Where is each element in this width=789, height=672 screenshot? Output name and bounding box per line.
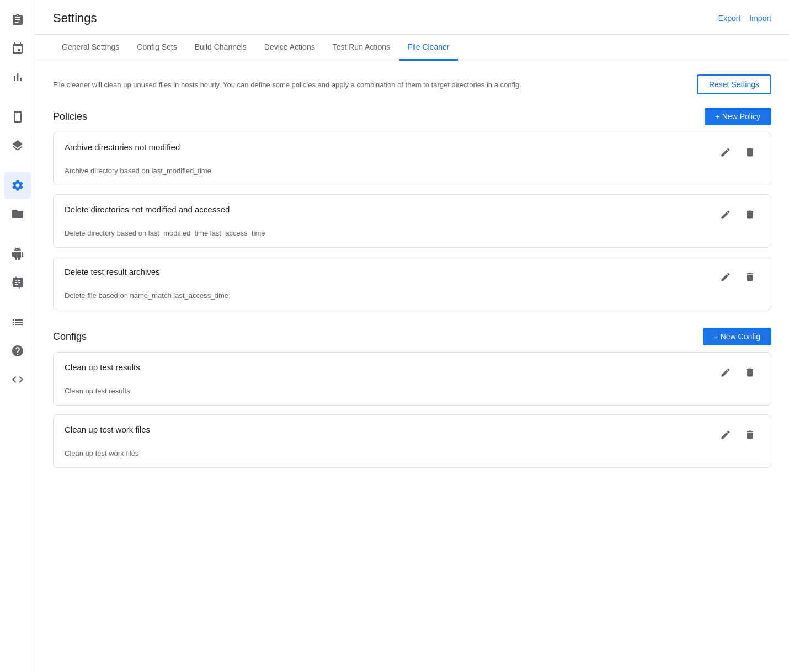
tab-file-cleaner[interactable]: File Cleaner xyxy=(399,35,458,61)
new-policy-button[interactable]: + New Policy xyxy=(705,108,771,125)
page-title: Settings xyxy=(53,11,97,25)
policies-section-title: Policies xyxy=(53,111,87,122)
policy-card-1-actions xyxy=(716,205,760,225)
configs-section-header: Configs + New Config xyxy=(53,328,771,345)
sidebar-item-phone[interactable] xyxy=(4,104,31,130)
policy-card-2-actions xyxy=(716,267,760,287)
config-card-1-title: Clean up test work files xyxy=(65,425,150,434)
new-config-button[interactable]: + New Config xyxy=(703,328,771,345)
sidebar-item-chart[interactable] xyxy=(4,64,31,90)
policy-card-0: Archive directories not modified Archive… xyxy=(53,132,771,185)
description-bar: File cleaner will clean up unused files … xyxy=(53,74,771,94)
policy-card-0-edit-button[interactable] xyxy=(716,142,735,162)
page-header: Settings Export Import xyxy=(35,0,789,35)
policy-card-1-title: Delete directories not modified and acce… xyxy=(65,205,230,214)
configs-section-title: Configs xyxy=(53,331,87,343)
sidebar-item-help[interactable] xyxy=(4,338,31,364)
policy-card-0-subtitle: Archive directory based on last_modified… xyxy=(54,162,771,185)
sidebar-item-layers[interactable] xyxy=(4,132,31,159)
config-card-0-delete-button[interactable] xyxy=(740,362,760,382)
policy-card-1: Delete directories not modified and acce… xyxy=(53,194,771,248)
policy-card-2: Delete test result archives Delete file … xyxy=(53,257,771,310)
config-card-1-subtitle: Clean up test work files xyxy=(54,445,771,467)
content-area: File cleaner will clean up unused files … xyxy=(35,61,789,672)
config-card-0: Clean up test results Clean up test resu… xyxy=(53,352,771,406)
sidebar-item-clipboard[interactable] xyxy=(4,7,31,33)
policy-card-0-delete-button[interactable] xyxy=(740,142,760,162)
policies-section-header: Policies + New Policy xyxy=(53,108,771,125)
config-card-0-title: Clean up test results xyxy=(65,362,140,372)
sidebar-item-settings[interactable] xyxy=(4,172,31,199)
configs-section: Configs + New Config Clean up test resul… xyxy=(53,328,771,468)
reset-settings-button[interactable]: Reset Settings xyxy=(697,74,771,94)
tab-test-run-actions[interactable]: Test Run Actions xyxy=(324,35,399,61)
config-card-1: Clean up test work files Clean up test w… xyxy=(53,414,771,468)
tab-config-sets[interactable]: Config Sets xyxy=(128,35,185,61)
policy-card-2-main: Delete test result archives xyxy=(54,257,771,287)
policy-card-0-actions xyxy=(716,142,760,162)
tabs-bar: General Settings Config Sets Build Chann… xyxy=(35,35,789,61)
config-card-1-edit-button[interactable] xyxy=(716,425,735,445)
sidebar-item-android[interactable] xyxy=(4,241,31,267)
export-link[interactable]: Export xyxy=(718,14,740,23)
config-card-0-edit-button[interactable] xyxy=(716,362,735,382)
policy-card-1-subtitle: Delete directory based on last_modified_… xyxy=(54,225,771,247)
config-card-0-actions xyxy=(716,362,760,382)
header-actions: Export Import xyxy=(718,14,771,23)
sidebar xyxy=(0,0,35,672)
sidebar-item-code[interactable] xyxy=(4,366,31,393)
sidebar-item-activity[interactable] xyxy=(4,269,31,296)
policy-card-0-main: Archive directories not modified xyxy=(54,132,771,162)
config-card-0-subtitle: Clean up test results xyxy=(54,382,771,405)
tab-general-settings[interactable]: General Settings xyxy=(53,35,128,61)
main-content: Settings Export Import General Settings … xyxy=(35,0,789,672)
config-card-1-main: Clean up test work files xyxy=(54,415,771,445)
policy-card-2-subtitle: Delete file based on name_match last_acc… xyxy=(54,287,771,310)
policy-card-1-edit-button[interactable] xyxy=(716,205,735,225)
policy-card-0-title: Archive directories not modified xyxy=(65,142,180,152)
config-card-1-delete-button[interactable] xyxy=(740,425,760,445)
tab-device-actions[interactable]: Device Actions xyxy=(255,35,324,61)
policy-card-1-main: Delete directories not modified and acce… xyxy=(54,195,771,225)
import-link[interactable]: Import xyxy=(749,14,771,23)
policies-section: Policies + New Policy Archive directorie… xyxy=(53,108,771,310)
policy-card-2-delete-button[interactable] xyxy=(740,267,760,287)
config-card-1-actions xyxy=(716,425,760,445)
tab-build-channels[interactable]: Build Channels xyxy=(186,35,255,61)
policy-card-2-title: Delete test result archives xyxy=(65,267,160,276)
policy-card-1-delete-button[interactable] xyxy=(740,205,760,225)
sidebar-item-calendar[interactable] xyxy=(4,35,31,62)
sidebar-item-list[interactable] xyxy=(4,309,31,335)
config-card-0-main: Clean up test results xyxy=(54,353,771,382)
policy-card-2-edit-button[interactable] xyxy=(716,267,735,287)
sidebar-item-folder[interactable] xyxy=(4,201,31,227)
description-text: File cleaner will clean up unused files … xyxy=(53,81,688,89)
